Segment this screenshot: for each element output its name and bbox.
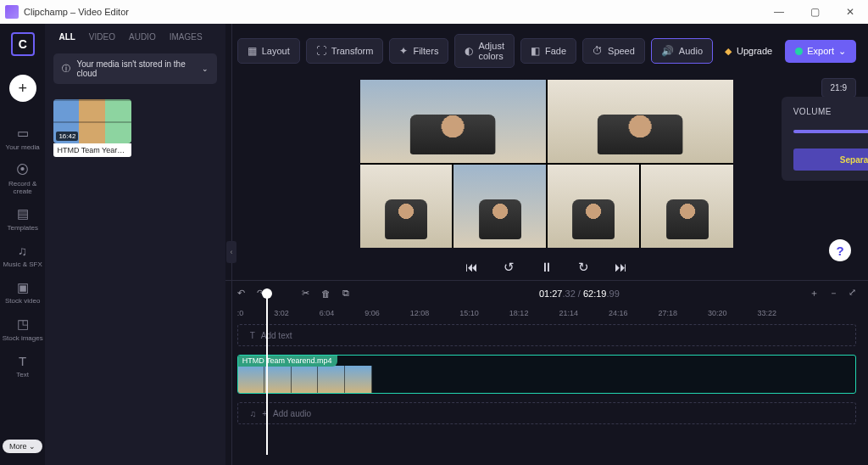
adjust-colors-button[interactable]: ◐Adjust colors xyxy=(454,34,515,68)
panel-splitter[interactable]: ‹ xyxy=(231,24,232,465)
rail-stock-video[interactable]: ▣Stock video xyxy=(0,277,45,310)
playhead[interactable] xyxy=(266,289,268,455)
zoom-in-button[interactable]: ＋ xyxy=(810,287,819,300)
ruler-tick: 21:14 xyxy=(559,309,578,317)
rail-label: Stock images xyxy=(3,335,43,343)
video-participant xyxy=(360,80,546,163)
btn-label: Upgrade xyxy=(737,46,772,56)
record-icon: ⦿ xyxy=(16,163,29,177)
skip-start-button[interactable]: ⏮ xyxy=(462,260,482,275)
rail-music-sfx[interactable]: ♫Music & SFX xyxy=(0,240,45,273)
aspect-ratio-selector[interactable]: 21:9 xyxy=(821,78,856,98)
btn-label: Transform xyxy=(331,46,374,56)
diamond-icon: ◆ xyxy=(725,46,732,57)
video-participant xyxy=(641,165,733,248)
ruler-tick: 9:06 xyxy=(364,309,380,317)
rail-label: Music & SFX xyxy=(3,261,42,269)
rail-label: Text xyxy=(16,372,29,379)
thumbnail-duration: 16:42 xyxy=(56,132,78,141)
ruler-tick: :0 xyxy=(237,309,244,317)
ruler-tick: 30:20 xyxy=(708,309,727,317)
filters-button[interactable]: ✦Filters xyxy=(389,38,448,64)
speaker-icon: 🔊 xyxy=(661,45,674,57)
export-button[interactable]: Export⌄ xyxy=(785,40,856,63)
separating-status: Separating… xyxy=(793,148,868,171)
tab-all[interactable]: ALL xyxy=(58,32,75,42)
video-preview[interactable] xyxy=(360,80,733,248)
step-back-button[interactable]: ↺ xyxy=(499,260,520,275)
music-icon: ♫ xyxy=(250,409,257,418)
chevron-down-icon: ⌄ xyxy=(202,64,209,73)
side-rail: + ▭Your media ⦿Record & create ▤Template… xyxy=(0,24,45,465)
chevron-down-icon: ⌄ xyxy=(29,442,36,451)
splitter-grip-icon: ‹ xyxy=(226,241,236,263)
btn-label: Filters xyxy=(413,46,438,56)
ruler-tick: 3:02 xyxy=(274,309,289,317)
rail-more[interactable]: More⌄ xyxy=(3,440,43,453)
tab-images[interactable]: IMAGES xyxy=(170,32,203,42)
text-icon: T xyxy=(250,331,255,340)
play-pause-button[interactable]: ⏸ xyxy=(537,260,557,275)
video-participant xyxy=(548,165,640,248)
window-maximize[interactable]: ▢ xyxy=(797,0,832,24)
rail-text[interactable]: TText xyxy=(0,350,45,384)
tab-video[interactable]: VIDEO xyxy=(89,32,115,42)
rail-your-media[interactable]: ▭Your media xyxy=(0,122,45,155)
stock-image-icon: ◳ xyxy=(17,317,29,332)
upgrade-button[interactable]: ◆Upgrade xyxy=(725,46,772,57)
duplicate-button[interactable]: ⧉ xyxy=(342,288,349,299)
video-participant xyxy=(453,165,546,248)
app-logo xyxy=(5,5,19,19)
skip-end-button[interactable]: ⏭ xyxy=(611,260,632,275)
ruler-tick: 27:18 xyxy=(658,309,677,317)
window-close[interactable]: ✕ xyxy=(832,0,868,24)
adjust-icon: ◐ xyxy=(465,45,473,57)
video-participant xyxy=(360,165,453,248)
volume-slider[interactable] xyxy=(793,130,868,133)
zoom-out-button[interactable]: － xyxy=(829,287,838,300)
window-titlebar: Clipchamp – Video Editor — ▢ ✕ xyxy=(0,0,868,24)
window-title: Clipchamp – Video Editor xyxy=(24,7,761,17)
rail-stock-images[interactable]: ◳Stock images xyxy=(0,313,45,346)
separating-text: Separating… xyxy=(840,155,868,165)
undo-button[interactable]: ↶ xyxy=(237,288,245,299)
zoom-fit-button[interactable]: ⤢ xyxy=(849,287,856,300)
media-thumbnail[interactable]: 16:42 HTMD Team Yearen… xyxy=(53,99,131,157)
rail-label: Record & create xyxy=(0,181,45,196)
timeline-ruler[interactable]: :0 3:02 6:04 9:06 12:08 15:10 18:12 21:1… xyxy=(225,305,868,319)
rail-label: Your media xyxy=(6,144,40,152)
video-clip[interactable]: HTMD Team Yearend.mp4 ‖ 🔊 xyxy=(237,355,856,394)
audio-track-placeholder[interactable]: ♫+ Add audio xyxy=(237,402,856,424)
add-media-button[interactable]: + xyxy=(9,75,36,102)
btn-label: Export xyxy=(807,46,834,56)
tab-audio[interactable]: AUDIO xyxy=(129,32,156,42)
folder-icon: ▭ xyxy=(17,126,29,141)
fade-button[interactable]: ◧Fade xyxy=(520,38,576,64)
placeholder-text: Add audio xyxy=(273,409,311,418)
step-forward-button[interactable]: ↻ xyxy=(574,260,594,275)
speed-button[interactable]: ⏱Speed xyxy=(582,38,645,64)
window-minimize[interactable]: — xyxy=(761,0,797,24)
audio-button[interactable]: 🔊Audio xyxy=(651,38,713,64)
layout-button[interactable]: ▦Layout xyxy=(237,38,300,64)
layout-icon: ▦ xyxy=(248,45,257,57)
chevron-down-icon: ⌄ xyxy=(838,46,846,57)
clip-toolbar: ▦Layout ⛶Transform ✦Filters ◐Adjust colo… xyxy=(225,24,868,78)
help-button[interactable]: ? xyxy=(829,239,851,261)
clip-thumbnails xyxy=(238,366,372,394)
transport-controls: ⏮ ↺ ⏸ ↻ ⏭ xyxy=(225,253,868,280)
audio-volume-popup: VOLUME 100% Separating… xyxy=(782,97,868,181)
text-track-placeholder[interactable]: TAdd text xyxy=(237,324,856,346)
ruler-tick: 24:16 xyxy=(609,309,628,317)
transform-button[interactable]: ⛶Transform xyxy=(306,38,384,64)
brand-logo xyxy=(11,32,35,56)
cloud-storage-notice[interactable]: ⓘ Your media isn't stored in the cloud ⌄ xyxy=(53,53,216,84)
delete-button[interactable]: 🗑 xyxy=(321,289,331,299)
btn-label: Speed xyxy=(608,46,635,56)
fade-icon: ◧ xyxy=(531,45,540,57)
rail-templates[interactable]: ▤Templates xyxy=(0,203,45,236)
thumbnail-image: 16:42 xyxy=(53,99,131,143)
volume-label: VOLUME xyxy=(793,107,868,116)
rail-record-create[interactable]: ⦿Record & create xyxy=(0,159,45,199)
split-button[interactable]: ✂ xyxy=(302,288,309,299)
